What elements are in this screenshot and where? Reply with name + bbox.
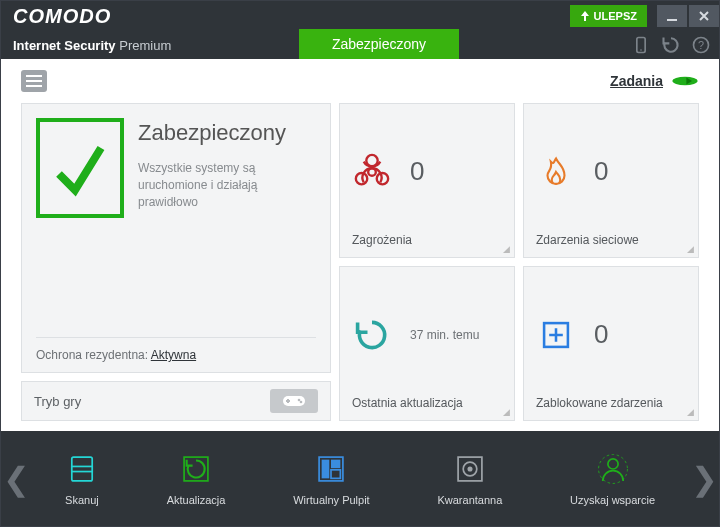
upgrade-button[interactable]: ULEPSZ xyxy=(570,5,647,27)
help-icon[interactable]: ? xyxy=(691,35,711,55)
blocked-label: Zablokowane zdarzenia xyxy=(536,396,686,410)
product-name: Internet Security Premium xyxy=(13,38,171,53)
threats-label: Zagrożenia xyxy=(352,233,502,247)
update-icon xyxy=(179,452,213,486)
status-subtitle: Wszystkie systemy są uruchomione i dział… xyxy=(138,160,298,210)
gamemode-toggle[interactable] xyxy=(270,389,318,413)
popout-icon: ◢ xyxy=(503,244,510,254)
update-label: Ostatnia aktualizacja xyxy=(352,396,502,410)
virtual-desktop-action[interactable]: Wirtualny Pulpit xyxy=(293,452,369,506)
scan-action[interactable]: Skanuj xyxy=(65,452,99,506)
view-toggle-button[interactable] xyxy=(21,70,47,92)
svg-rect-18 xyxy=(322,459,330,478)
last-update-tile[interactable]: 37 min. temu Ostatnia aktualizacja ◢ xyxy=(339,266,515,421)
svg-point-7 xyxy=(298,399,301,402)
blocked-events-tile[interactable]: 0 Zablokowane zdarzenia ◢ xyxy=(523,266,699,421)
sync-icon[interactable] xyxy=(661,35,681,55)
update-action[interactable]: Aktualizacja xyxy=(167,452,226,506)
support-icon xyxy=(596,452,630,486)
app-window: COMODO ULEPSZ Internet Security Premium … xyxy=(0,0,720,527)
status-title: Zabezpieczony xyxy=(138,120,298,146)
upgrade-icon xyxy=(580,11,590,21)
mobile-icon[interactable] xyxy=(631,35,651,55)
status-panel: Zabezpieczony Wszystkie systemy są uruch… xyxy=(21,103,331,373)
gamemode-label: Tryb gry xyxy=(34,394,270,409)
virtual-desktop-icon xyxy=(314,452,348,486)
svg-point-24 xyxy=(607,458,617,468)
close-button[interactable] xyxy=(689,5,719,27)
nav-next-button[interactable]: ❯ xyxy=(689,431,719,526)
realtime-status-link[interactable]: Aktywna xyxy=(151,348,196,362)
svg-text:?: ? xyxy=(698,39,704,51)
network-events-tile[interactable]: 0 Zdarzenia sieciowe ◢ xyxy=(523,103,699,258)
threats-count: 0 xyxy=(410,156,424,187)
support-action[interactable]: Uzyskaj wsparcie xyxy=(570,452,655,506)
svg-point-10 xyxy=(366,154,377,165)
svg-point-23 xyxy=(467,466,472,471)
gamepad-icon xyxy=(282,393,306,409)
quarantine-action[interactable]: Kwarantanna xyxy=(437,452,502,506)
titlebar: COMODO ULEPSZ Internet Security Premium … xyxy=(1,1,719,59)
gamemode-panel: Tryb gry xyxy=(21,381,331,421)
popout-icon: ◢ xyxy=(687,244,694,254)
status-pill: Zabezpieczony xyxy=(299,29,459,59)
add-square-icon xyxy=(536,315,576,355)
bottombar: ❮ Skanuj Aktualizacja Wirtualny Pulpit K… xyxy=(1,431,719,526)
svg-rect-15 xyxy=(72,466,92,471)
svg-rect-20 xyxy=(331,469,340,478)
popout-icon: ◢ xyxy=(503,407,510,417)
network-label: Zdarzenia sieciowe xyxy=(536,233,686,247)
shield-icon xyxy=(36,118,124,218)
svg-point-5 xyxy=(672,77,697,85)
update-time: 37 min. temu xyxy=(410,328,479,342)
scan-icon xyxy=(65,452,99,486)
refresh-icon xyxy=(352,315,392,355)
svg-rect-19 xyxy=(331,459,340,468)
content-area: Zadania Zabezpieczony Wszystkie systemy … xyxy=(1,59,719,431)
tasks-link[interactable]: Zadania xyxy=(610,73,663,89)
svg-point-8 xyxy=(300,401,303,404)
nav-prev-button[interactable]: ❮ xyxy=(1,431,31,526)
realtime-label: Ochrona rezydentna: xyxy=(36,348,148,362)
minimize-button[interactable] xyxy=(657,5,687,27)
blocked-count: 0 xyxy=(594,319,608,350)
flame-icon xyxy=(536,152,576,192)
threats-tile[interactable]: 0 Zagrożenia ◢ xyxy=(339,103,515,258)
svg-point-2 xyxy=(640,49,642,51)
network-count: 0 xyxy=(594,156,608,187)
tasks-arrow-icon[interactable] xyxy=(671,73,699,89)
quarantine-icon xyxy=(453,452,487,486)
svg-rect-0 xyxy=(667,19,677,21)
popout-icon: ◢ xyxy=(687,407,694,417)
biohazard-icon xyxy=(352,152,392,192)
brand-logo: COMODO xyxy=(13,5,111,28)
